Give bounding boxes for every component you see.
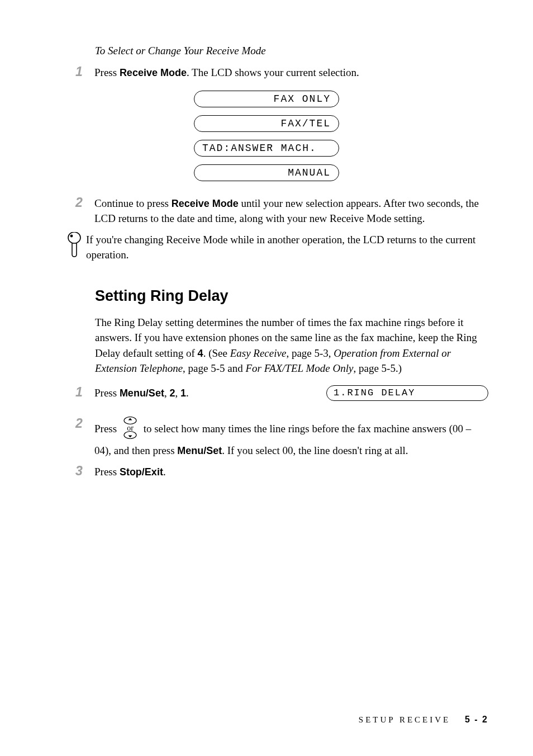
button-ref-menu-set: Menu/Set bbox=[120, 388, 164, 399]
footer-section: SETUP RECEIVE bbox=[359, 715, 450, 724]
text: . The LCD shows your current selection. bbox=[187, 67, 359, 78]
lcd-tad: TAD:ANSWER MACH. bbox=[194, 140, 339, 157]
text: . bbox=[163, 466, 166, 478]
lcd-fax-tel: FAX/TEL bbox=[194, 115, 339, 132]
step-number: 3 bbox=[75, 464, 91, 478]
value-4: 4 bbox=[198, 348, 203, 359]
cite-easy-receive: Easy Receive bbox=[230, 347, 287, 359]
step-text: Continue to press Receive Mode until you… bbox=[94, 196, 488, 226]
note-icon bbox=[67, 232, 83, 258]
section-heading: Setting Ring Delay bbox=[95, 287, 488, 305]
button-ref-menu-set: Menu/Set bbox=[177, 445, 222, 456]
key-2: 2 bbox=[169, 388, 175, 399]
text: , page 5-3, bbox=[286, 347, 334, 359]
lcd-manual: MANUAL bbox=[194, 164, 339, 181]
step-text: Press Stop/Exit. bbox=[94, 464, 488, 480]
note-text: If you're changing Receive Mode while in… bbox=[86, 232, 488, 263]
text: , bbox=[175, 387, 180, 399]
note: If you're changing Receive Mode while in… bbox=[67, 232, 488, 263]
button-ref-receive-mode: Receive Mode bbox=[172, 198, 239, 209]
cite-faxtel-mode: For FAX/TEL Mode Only bbox=[245, 362, 353, 374]
text: Continue to press bbox=[94, 197, 172, 209]
button-ref-receive-mode: Receive Mode bbox=[120, 67, 187, 78]
step-number: 2 bbox=[75, 196, 91, 210]
text: Press bbox=[94, 423, 120, 434]
text: , page 5-5.) bbox=[353, 362, 402, 374]
step-b3: 3 Press Stop/Exit. bbox=[45, 464, 488, 480]
step-number: 2 bbox=[75, 417, 91, 431]
svg-point-3 bbox=[124, 431, 136, 438]
text: . (See bbox=[203, 347, 230, 359]
svg-point-0 bbox=[68, 232, 80, 243]
step-number: 1 bbox=[75, 385, 91, 399]
or-label: or bbox=[127, 424, 134, 432]
ring-delay-paragraph: The Ring Delay setting determines the nu… bbox=[95, 315, 488, 376]
text: Press bbox=[94, 387, 120, 399]
step-a2: 2 Continue to press Receive Mode until y… bbox=[45, 196, 488, 226]
text: Press bbox=[94, 466, 120, 478]
page-footer: SETUP RECEIVE 5 - 2 bbox=[359, 715, 488, 725]
step-text: Press Receive Mode. The LCD shows your c… bbox=[94, 65, 488, 81]
subheading: To Select or Change Your Receive Mode bbox=[95, 45, 488, 57]
up-down-arrow-icon: or bbox=[122, 417, 139, 443]
step-b2: 2 Press or to select how many times the … bbox=[45, 417, 488, 459]
svg-point-2 bbox=[124, 417, 136, 424]
step-text: Press Menu/Set, 2, 1. bbox=[94, 385, 322, 401]
text: Press bbox=[94, 67, 120, 78]
footer-page-number: 5 - 2 bbox=[465, 715, 488, 724]
step-b1: 1 Press Menu/Set, 2, 1. 1.RING DELAY bbox=[45, 385, 488, 401]
text: . If you select 00, the line doesn't rin… bbox=[222, 445, 408, 456]
lcd-fax-only: FAX ONLY bbox=[194, 91, 339, 107]
step-a1: 1 Press Receive Mode. The LCD shows your… bbox=[45, 65, 488, 81]
key-1: 1 bbox=[180, 388, 186, 399]
lcd-ring-delay: 1.RING DELAY bbox=[326, 385, 488, 401]
svg-point-1 bbox=[70, 234, 73, 237]
text: . bbox=[186, 387, 189, 399]
lcd-options: FAX ONLY FAX/TEL TAD:ANSWER MACH. MANUAL bbox=[45, 91, 488, 181]
step-text: Press or to select how many times the li… bbox=[94, 417, 488, 459]
step-number: 1 bbox=[75, 65, 91, 79]
text: , bbox=[164, 387, 170, 399]
text: , page 5-5 and bbox=[183, 362, 245, 374]
button-ref-stop-exit: Stop/Exit bbox=[120, 466, 163, 478]
